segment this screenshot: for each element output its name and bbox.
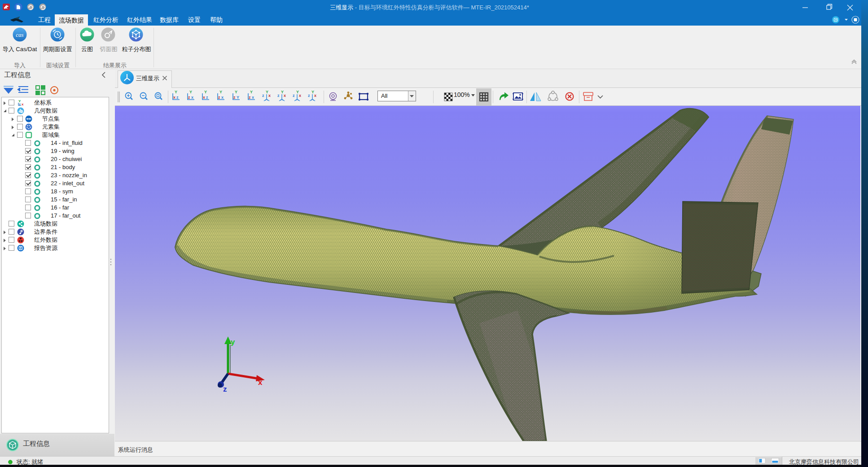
svg-text:Y: Y <box>250 90 253 94</box>
svg-text:x: x <box>252 95 254 100</box>
svg-text:z: z <box>262 93 264 98</box>
svg-text:z: z <box>206 95 208 100</box>
svg-text:Y: Y <box>204 90 207 94</box>
svg-text:Y: Y <box>281 90 284 94</box>
svg-text:Y: Y <box>175 90 177 94</box>
svg-text:Y: Y <box>237 95 239 100</box>
svg-text:z: z <box>293 93 295 98</box>
svg-text:z: z <box>188 95 190 100</box>
svg-text:z: z <box>277 93 280 98</box>
svg-text:Y: Y <box>266 90 268 94</box>
svg-text:x: x <box>191 95 193 100</box>
svg-text:x: x <box>314 93 316 98</box>
svg-text:x: x <box>299 93 301 98</box>
svg-text:x: x <box>203 95 205 100</box>
svg-text:x: x <box>173 95 175 100</box>
svg-text:x: x <box>22 102 24 106</box>
svg-text:Y: Y <box>219 90 222 94</box>
svg-text:Y: Y <box>235 90 237 94</box>
svg-text:z: z <box>308 93 310 98</box>
svg-text:x: x <box>221 95 224 100</box>
svg-text:x: x <box>284 93 286 98</box>
svg-text:y: y <box>231 338 235 346</box>
svg-text:Y: Y <box>189 90 192 94</box>
svg-text:cas: cas <box>16 31 23 38</box>
svg-text:z: z <box>233 95 236 100</box>
svg-text:z: z <box>19 102 21 106</box>
svg-text:x: x <box>268 93 271 98</box>
svg-text:z: z <box>223 385 227 393</box>
svg-text:Y: Y <box>296 90 299 94</box>
svg-text:Y: Y <box>311 90 314 94</box>
svg-text:z: z <box>176 95 179 100</box>
svg-text:z: z <box>249 95 251 100</box>
svg-text:z: z <box>218 95 220 100</box>
svg-text:x: x <box>258 378 263 387</box>
